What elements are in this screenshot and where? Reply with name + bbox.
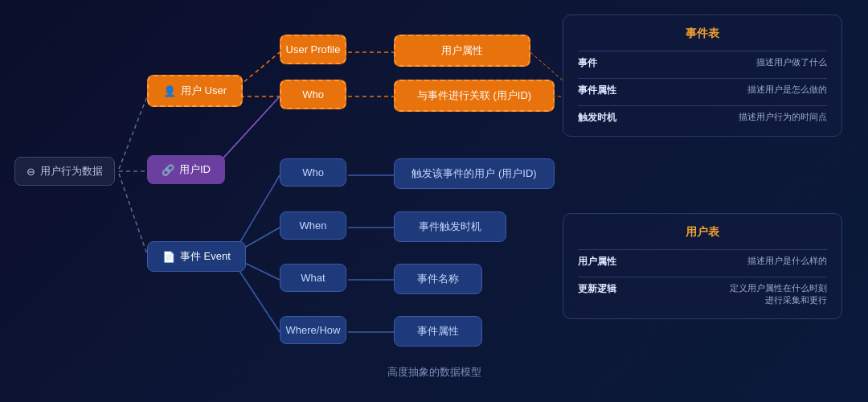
user-key-2: 更新逻辑: [578, 282, 618, 296]
what-node: What: [280, 264, 346, 292]
user-profile-label: User Profile: [286, 43, 341, 55]
userid-node: 🔗 用户ID: [147, 155, 225, 184]
when-label: When: [300, 219, 327, 232]
entry-node: ⊖ 用户行为数据: [14, 157, 115, 186]
svg-line-0: [119, 96, 147, 169]
userid-label: 用户ID: [179, 162, 211, 177]
svg-line-2: [119, 174, 147, 254]
user-row-1: 用户属性 描述用户是什么样的: [578, 255, 827, 269]
user-card: 用户表 用户属性 描述用户是什么样的 更新逻辑 定义用户属性在什么时刻 进行采集…: [563, 213, 842, 319]
who-lower-label: Who: [302, 166, 324, 178]
event-name-label-node: 事件名称: [394, 264, 482, 294]
link-event-label-node: 与事件进行关联 (用户ID): [394, 80, 555, 112]
who-upper-node: Who: [280, 80, 346, 109]
user-row-2: 更新逻辑 定义用户属性在什么时刻 进行采集和更行: [578, 282, 827, 307]
event-card: 事件表 事件 描述用户做了什么 事件属性 描述用户是怎么做的 触发时机 描述用户…: [563, 14, 842, 137]
event-attr-label-node: 事件属性: [394, 316, 482, 347]
where-how-node: Where/How: [280, 316, 346, 344]
event-key-2: 事件属性: [578, 84, 618, 97]
who-upper-label: Who: [302, 88, 324, 100]
trigger-user-label-node: 触发该事件的用户 (用户ID): [394, 158, 555, 189]
user-profile-node: User Profile: [280, 35, 346, 64]
user-key-1: 用户属性: [578, 255, 618, 269]
svg-line-16: [530, 52, 563, 80]
search-icon: ⊖: [27, 166, 35, 178]
event-row-2: 事件属性 描述用户是怎么做的: [578, 84, 827, 97]
event-label: 事件 Event: [180, 249, 231, 264]
when-node: When: [280, 211, 346, 240]
who-lower-node: Who: [280, 158, 346, 187]
event-time-label-node: 事件触发时机: [394, 211, 506, 242]
entry-label: 用户行为数据: [40, 164, 103, 178]
event-val-2: 描述用户是怎么做的: [747, 84, 827, 96]
event-key-3: 触发时机: [578, 111, 618, 125]
user-attr-label-node: 用户属性: [394, 35, 530, 67]
event-val-3: 描述用户行为的时间点: [739, 111, 827, 123]
user-val-1: 描述用户是什么样的: [747, 255, 827, 267]
what-label: What: [301, 272, 325, 284]
user-label: 用户 User: [181, 84, 227, 98]
main-diagram: ⊖ 用户行为数据 👤 用户 User 🔗 用户ID 📄 事件 Event Use…: [0, 0, 868, 386]
userid-icon: 🔗: [162, 164, 174, 176]
user-node: 👤 用户 User: [147, 75, 243, 107]
event-node: 📄 事件 Event: [147, 241, 246, 272]
user-card-title: 用户表: [578, 225, 827, 240]
where-how-label: Where/How: [286, 324, 341, 336]
event-row-3: 触发时机 描述用户行为的时间点: [578, 111, 827, 125]
caption: 高度抽象的数据模型: [387, 365, 481, 379]
event-icon: 📄: [162, 251, 175, 263]
event-row-1: 事件 描述用户做了什么: [578, 56, 827, 70]
svg-line-11: [233, 261, 280, 332]
event-key-1: 事件: [578, 56, 618, 70]
user-icon: 👤: [163, 85, 176, 97]
event-card-title: 事件表: [578, 27, 827, 41]
event-val-1: 描述用户做了什么: [756, 56, 827, 68]
user-val-2: 定义用户属性在什么时刻 进行采集和更行: [730, 282, 827, 307]
